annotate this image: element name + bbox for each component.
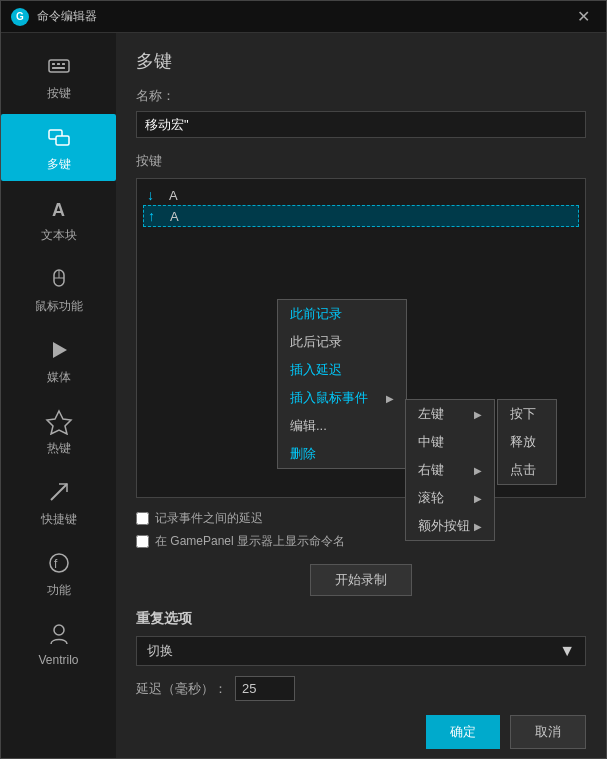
key-value-0: A (169, 188, 178, 203)
sidebar-label-mouse: 鼠标功能 (35, 298, 83, 315)
sidebar-label-shortcut: 快捷键 (41, 511, 77, 528)
sidebar-item-mouse[interactable]: 鼠标功能 (1, 256, 116, 323)
svg-rect-4 (52, 67, 65, 69)
ctx-submenu-extra[interactable]: 额外按钮 ▶ (406, 512, 494, 540)
ctx-item-edit[interactable]: 编辑... (278, 412, 406, 440)
arrow-down-icon: ↓ (147, 187, 163, 203)
key-row-1: ↑ A (143, 205, 579, 227)
sidebar: 按键 多键 A 文本块 (1, 33, 116, 758)
submenu1-left-arrow: ▶ (474, 409, 482, 420)
checkbox-row-1: 记录事件之间的延迟 (136, 510, 586, 527)
svg-rect-0 (49, 60, 69, 72)
svg-rect-6 (56, 136, 69, 145)
shortcut-icon (44, 477, 74, 507)
text-icon: A (44, 193, 74, 223)
mouse-icon (44, 264, 74, 294)
svg-rect-2 (57, 63, 60, 65)
ctx-item-before-record[interactable]: 此前记录 (278, 300, 406, 328)
ctx-action-release[interactable]: 释放 (498, 428, 556, 456)
start-record-button[interactable]: 开始录制 (310, 564, 412, 596)
key-row-0: ↓ A (143, 185, 579, 205)
arrow-up-icon: ↑ (148, 208, 164, 224)
ctx-item-delete[interactable]: 删除 (278, 440, 406, 468)
ctx-submenu-scroll[interactable]: 滚轮 ▶ (406, 484, 494, 512)
delay-input[interactable] (235, 676, 295, 701)
main-content: 按键 多键 A 文本块 (1, 33, 606, 758)
submenu-mouse-buttons: 左键 ▶ 中键 右键 ▶ 滚轮 ▶ 额外按钮 (405, 399, 495, 541)
dropdown-arrow-icon: ▼ (559, 642, 575, 660)
sidebar-label-function: 功能 (47, 582, 71, 599)
keyboard-icon (44, 51, 74, 81)
svg-rect-1 (52, 63, 55, 65)
sidebar-item-function[interactable]: f 功能 (1, 540, 116, 607)
sidebar-item-shortcut[interactable]: 快捷键 (1, 469, 116, 536)
submenu-actions: 按下 释放 点击 (497, 399, 557, 485)
repeat-dropdown[interactable]: 切换 ▼ (136, 636, 586, 666)
svg-text:f: f (54, 557, 58, 571)
ventrilo-icon (44, 619, 74, 649)
svg-rect-3 (62, 63, 65, 65)
function-icon: f (44, 548, 74, 578)
titlebar: G 命令编辑器 ✕ (1, 1, 606, 33)
app-icon: G (11, 8, 29, 26)
dropdown-value: 切换 (147, 642, 173, 660)
confirm-button[interactable]: 确定 (426, 715, 500, 749)
sidebar-item-ventrilo[interactable]: Ventrilo (1, 611, 116, 675)
submenu1-scroll-arrow: ▶ (474, 493, 482, 504)
checkbox-delay[interactable] (136, 512, 149, 525)
context-menu: 此前记录 此后记录 插入延迟 插入鼠标事件 ▶ 编辑... (277, 299, 407, 469)
sidebar-item-keys[interactable]: 按键 (1, 43, 116, 110)
svg-marker-12 (47, 411, 71, 434)
sidebar-label-ventrilo: Ventrilo (38, 653, 78, 667)
ctx-action-click[interactable]: 点击 (498, 456, 556, 484)
media-icon (44, 335, 74, 365)
checkbox-row-2: 在 GamePanel 显示器上显示命令名 (136, 533, 586, 550)
cancel-button[interactable]: 取消 (510, 715, 586, 749)
main-window: G 命令编辑器 ✕ 按键 (0, 0, 607, 759)
svg-point-15 (54, 625, 64, 635)
checkbox-gamepanel[interactable] (136, 535, 149, 548)
close-button[interactable]: ✕ (571, 5, 596, 28)
ctx-item-after-record[interactable]: 此后记录 (278, 328, 406, 356)
key-value-1: A (170, 209, 179, 224)
ctx-action-press[interactable]: 按下 (498, 400, 556, 428)
submenu-arrow-icon: ▶ (386, 393, 394, 404)
delay-row: 延迟（毫秒）： (136, 676, 586, 701)
checkbox-delay-label: 记录事件之间的延迟 (155, 510, 263, 527)
sidebar-label-media: 媒体 (47, 369, 71, 386)
delay-label: 延迟（毫秒）： (136, 680, 227, 698)
page-title: 多键 (136, 49, 586, 73)
sidebar-label-textblock: 文本块 (41, 227, 77, 244)
sidebar-label-multikeys: 多键 (47, 156, 71, 173)
ctx-submenu-middle[interactable]: 中键 (406, 428, 494, 456)
name-label: 名称： (136, 87, 586, 105)
repeat-title: 重复选项 (136, 610, 586, 628)
ctx-item-insert-mouse[interactable]: 插入鼠标事件 ▶ (278, 384, 406, 412)
sidebar-item-media[interactable]: 媒体 (1, 327, 116, 394)
sidebar-item-textblock[interactable]: A 文本块 (1, 185, 116, 252)
svg-marker-11 (53, 342, 67, 358)
window-title: 命令编辑器 (37, 8, 97, 25)
sidebar-label-keys: 按键 (47, 85, 71, 102)
keys-label: 按键 (136, 152, 586, 170)
multikey-icon (44, 122, 74, 152)
name-input[interactable] (136, 111, 586, 138)
ctx-submenu-left[interactable]: 左键 ▶ (406, 400, 494, 428)
checkbox-gamepanel-label: 在 GamePanel 显示器上显示命令名 (155, 533, 345, 550)
ctx-submenu-right[interactable]: 右键 ▶ (406, 456, 494, 484)
sidebar-item-multikeys[interactable]: 多键 (1, 114, 116, 181)
sidebar-item-hotkey[interactable]: 热键 (1, 398, 116, 465)
footer-buttons: 确定 取消 (136, 715, 586, 749)
keys-area: ↓ A ↑ A 此前记录 此后记录 插入延迟 (136, 178, 586, 498)
content-area: 多键 名称： 按键 ↓ A ↑ A 此前记录 (116, 33, 606, 758)
submenu1-extra-arrow: ▶ (474, 521, 482, 532)
submenu1-right-arrow: ▶ (474, 465, 482, 476)
svg-point-13 (50, 554, 68, 572)
hotkey-icon (44, 406, 74, 436)
svg-text:A: A (52, 200, 65, 220)
sidebar-label-hotkey: 热键 (47, 440, 71, 457)
ctx-item-insert-delay[interactable]: 插入延迟 (278, 356, 406, 384)
